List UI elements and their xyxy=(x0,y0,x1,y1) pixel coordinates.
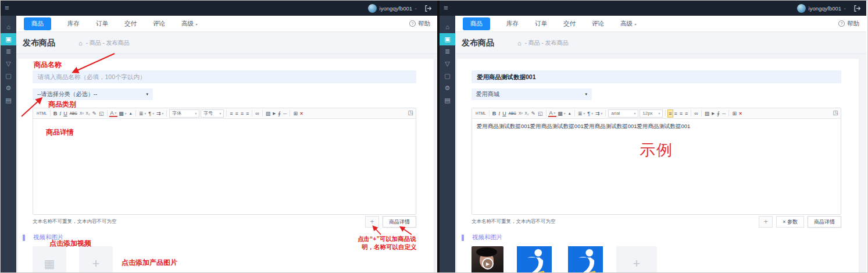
indent-icon[interactable]: ⇉▾ xyxy=(155,109,165,118)
editor-content[interactable]: 爱用商品测试数据001爱用商品测试数据001爱用商品测试数据001爱用商品测试数… xyxy=(472,119,841,214)
shop-screen-icon[interactable]: ▣ xyxy=(1,33,16,45)
video-thumbnail[interactable]: ▶ xyxy=(471,246,503,272)
attachment-icon[interactable]: ∮ xyxy=(277,109,282,118)
gear-icon[interactable]: ⚙ xyxy=(440,82,455,94)
tab-inventory[interactable]: 库存 xyxy=(67,17,80,30)
category-select[interactable]: --请选择分类（必选）-- ▾ xyxy=(33,88,153,100)
aiyong-logo-thumbnail[interactable] xyxy=(514,246,555,272)
tab-reviews[interactable]: 评论 xyxy=(153,17,165,30)
tab-reviews[interactable]: 评论 xyxy=(592,17,604,30)
image-icon[interactable]: ▧ xyxy=(703,109,711,118)
paragraph-icon[interactable]: ¶▾ xyxy=(586,109,594,118)
archive-box-icon[interactable]: ▤ xyxy=(1,94,16,107)
aiyong-logo-thumbnail[interactable] xyxy=(565,246,606,272)
font-family-select[interactable]: 字体▾ xyxy=(169,109,199,118)
link-icon[interactable]: ∞ xyxy=(693,109,699,118)
logout-icon[interactable] xyxy=(424,5,432,12)
order-list-icon[interactable]: ≣ xyxy=(440,45,455,58)
avatar[interactable] xyxy=(797,4,806,13)
shop-screen-icon[interactable]: ▣ xyxy=(440,33,455,45)
product-name-input[interactable]: 请填入商品名称（必填，100个字以内） xyxy=(33,70,416,83)
align-center-icon[interactable]: ≡ xyxy=(673,109,678,118)
help-button[interactable]: ? 帮助 xyxy=(409,20,430,28)
hr-icon[interactable]: — xyxy=(282,109,288,118)
bold-icon[interactable]: B xyxy=(52,109,59,118)
align-left-icon[interactable]: ≡ xyxy=(228,109,234,118)
menu-icon[interactable]: ≡ xyxy=(444,3,448,13)
home-icon[interactable]: ⌂ xyxy=(517,40,521,47)
product-name-input[interactable]: 爱用商品测试数据001 xyxy=(471,70,841,83)
subscript-icon[interactable]: X₂ xyxy=(85,109,91,118)
home-icon[interactable]: ⌂ xyxy=(1,21,16,33)
param-tab[interactable]: × 参数 xyxy=(776,216,804,228)
superscript-icon[interactable]: X² xyxy=(78,109,85,118)
avatar[interactable] xyxy=(368,4,377,13)
home-icon[interactable]: ⌂ xyxy=(78,40,83,47)
logout-icon[interactable] xyxy=(853,5,861,12)
attachment-icon[interactable]: ∮ xyxy=(716,109,721,118)
video-icon[interactable]: ▶ xyxy=(710,109,716,118)
highlight-color-icon[interactable]: ▩▾ xyxy=(117,109,127,118)
detail-tab[interactable]: 商品详情 xyxy=(383,216,416,228)
clear-format-icon[interactable]: × xyxy=(738,109,743,118)
tab-inventory[interactable]: 库存 xyxy=(506,17,519,30)
font-color-icon[interactable]: A▾ xyxy=(548,110,557,117)
paste-icon[interactable]: ◱ xyxy=(537,109,544,118)
align-left-icon[interactable]: ≡ xyxy=(667,109,673,118)
tab-orders[interactable]: 订单 xyxy=(96,17,108,30)
superscript-icon[interactable]: X² xyxy=(517,109,524,118)
fullscreen-icon[interactable]: ◳ xyxy=(408,109,413,116)
align-right-icon[interactable]: ≡ xyxy=(240,109,245,118)
add-video-placeholder[interactable]: ▦ xyxy=(33,246,66,272)
username[interactable]: iyongqyfb001 xyxy=(809,5,842,12)
format-brush-icon[interactable]: ✎ xyxy=(530,109,537,118)
font-size-select[interactable]: 12px▾ xyxy=(640,109,663,118)
add-detail-tab-button[interactable]: + xyxy=(759,216,773,228)
home-icon[interactable]: ⌂ xyxy=(440,21,455,33)
font-size-select[interactable]: 字号▾ xyxy=(201,109,224,118)
detail-tab[interactable]: 商品详情 xyxy=(808,216,841,228)
username[interactable]: iyongqyfb001 xyxy=(380,5,413,12)
tab-advanced[interactable]: 高级▾ xyxy=(181,17,197,30)
align-right-icon[interactable]: ≡ xyxy=(678,109,684,118)
add-detail-tab-button[interactable]: + xyxy=(365,216,379,228)
line-height-icon[interactable]: ≣▾ xyxy=(577,109,586,118)
tab-orders[interactable]: 订单 xyxy=(535,17,547,30)
menu-icon[interactable]: ≡ xyxy=(5,3,9,13)
add-image-placeholder[interactable]: + xyxy=(616,246,657,272)
eraser-icon[interactable]: ▲ xyxy=(567,109,573,118)
align-center-icon[interactable]: ≡ xyxy=(234,109,240,118)
order-list-icon[interactable]: ≣ xyxy=(1,45,16,58)
underline-icon[interactable]: U xyxy=(501,109,508,118)
line-height-icon[interactable]: ≣▾ xyxy=(138,109,147,118)
breadcrumb[interactable]: ⌂ - 商品 - 发布商品 xyxy=(517,39,569,47)
html-source-icon[interactable]: HTML xyxy=(474,109,487,118)
format-brush-icon[interactable]: ✎ xyxy=(91,109,98,118)
table-icon[interactable]: ⊞ xyxy=(292,109,299,118)
help-button[interactable]: ? 帮助 xyxy=(838,20,859,28)
link-icon[interactable]: ∞ xyxy=(254,109,260,118)
tab-delivery[interactable]: 交付 xyxy=(124,17,137,30)
bold-icon[interactable]: B xyxy=(491,109,498,118)
eraser-icon[interactable]: ▲ xyxy=(128,109,134,118)
indent-icon[interactable]: ⇉▾ xyxy=(594,109,603,118)
italic-icon[interactable]: I xyxy=(497,109,501,118)
tab-products[interactable]: 商品 xyxy=(24,17,51,30)
strikethrough-icon[interactable]: ABC xyxy=(508,109,517,118)
align-justify-icon[interactable]: ≡ xyxy=(684,109,689,118)
strikethrough-icon[interactable]: ABC xyxy=(69,109,78,118)
gear-icon[interactable]: ⚙ xyxy=(1,82,16,94)
table-icon[interactable]: ⊞ xyxy=(731,109,738,118)
font-color-icon[interactable]: A▾ xyxy=(109,110,118,117)
video-icon[interactable]: ▶ xyxy=(272,109,277,118)
tab-advanced[interactable]: 高级▾ xyxy=(620,17,636,30)
archive-box-icon[interactable]: ▤ xyxy=(440,94,455,107)
clear-format-icon[interactable]: × xyxy=(299,109,304,118)
tab-products[interactable]: 商品 xyxy=(463,17,490,30)
cart-icon[interactable]: ▽ xyxy=(440,58,455,70)
html-source-icon[interactable]: HTML xyxy=(35,109,48,118)
align-justify-icon[interactable]: ≡ xyxy=(245,109,250,118)
breadcrumb[interactable]: ⌂ - 商品 - 发布商品 xyxy=(78,39,130,47)
category-select[interactable]: 爱用商城 ▾ xyxy=(471,88,592,100)
font-family-select[interactable]: arial▾ xyxy=(608,109,638,118)
